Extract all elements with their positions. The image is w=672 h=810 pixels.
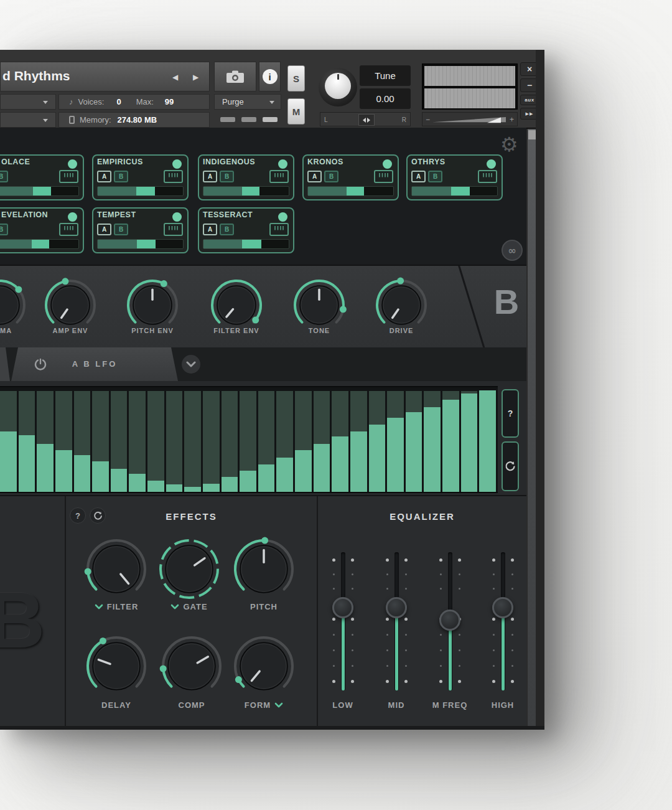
preset-layer-b-button[interactable]: B <box>0 224 8 235</box>
preset-cell[interactable]: TEMPESTAB <box>92 207 189 253</box>
preset-cell[interactable]: OLACEAB <box>0 154 84 200</box>
seq-bar[interactable] <box>314 387 330 492</box>
seq-bar[interactable] <box>92 387 109 492</box>
preset-keyboard-button[interactable] <box>59 223 78 236</box>
seq-bar[interactable] <box>37 387 54 492</box>
output-dropdown[interactable] <box>0 94 56 110</box>
eq-slider-handle-high[interactable] <box>492 597 513 618</box>
snapshot-camera-button[interactable] <box>214 62 256 92</box>
preset-cell[interactable]: OTHRYSAB <box>406 154 503 200</box>
preset-keyboard-button[interactable] <box>269 223 289 236</box>
seq-bar[interactable] <box>258 387 275 492</box>
eq-slider-handle-m-freq[interactable] <box>439 610 460 631</box>
mute-button[interactable]: M <box>287 98 305 125</box>
preset-mix-slider[interactable] <box>307 186 394 196</box>
preset-mix-handle[interactable] <box>451 187 470 195</box>
preset-cell[interactable]: EVELATIONAB <box>0 207 84 253</box>
preset-active-dot[interactable] <box>278 159 287 169</box>
midi-dropdown[interactable] <box>0 112 56 128</box>
volume-plus[interactable]: + <box>510 115 514 124</box>
seq-bar[interactable] <box>406 387 422 492</box>
purge-dropdown[interactable]: Purge <box>214 94 281 110</box>
tune-knob[interactable] <box>319 68 357 106</box>
preset-mix-handle[interactable] <box>242 187 260 195</box>
preset-layer-b-button[interactable]: B <box>220 224 234 235</box>
preset-layer-a-button[interactable]: A <box>97 171 111 182</box>
preset-layer-b-button[interactable]: B <box>220 171 234 182</box>
seq-bar[interactable] <box>350 387 367 492</box>
seq-bar[interactable] <box>424 387 441 492</box>
preset-layer-a-button[interactable]: A <box>307 171 322 182</box>
preset-layer-b-button[interactable]: B <box>428 171 442 182</box>
collapse-panel-button[interactable] <box>182 355 200 374</box>
preset-keyboard-button[interactable] <box>269 170 289 183</box>
seq-bar[interactable] <box>276 387 293 492</box>
preset-cell[interactable]: TESSERACTAB <box>198 207 294 253</box>
macro-knob-pitch-env[interactable] <box>126 278 179 332</box>
seq-bar[interactable] <box>222 387 238 492</box>
eq-slider-handle-low[interactable] <box>332 597 353 618</box>
previous-tab-edge[interactable] <box>0 347 10 381</box>
solo-button[interactable]: S <box>287 65 305 92</box>
preset-active-dot[interactable] <box>278 212 287 222</box>
preset-active-dot[interactable] <box>172 212 182 222</box>
chevron-down-icon[interactable] <box>170 604 179 610</box>
seq-bar[interactable] <box>111 387 128 492</box>
seq-bar[interactable] <box>184 387 201 492</box>
seq-bar[interactable] <box>461 387 478 492</box>
seq-bar[interactable] <box>74 387 91 492</box>
preset-active-dot[interactable] <box>172 159 182 169</box>
fx-knob-filter[interactable] <box>85 538 147 600</box>
preset-cell[interactable]: KRONOSAB <box>302 154 399 200</box>
eq-slider-handle-mid[interactable] <box>386 597 407 618</box>
preset-layer-b-button[interactable]: B <box>324 171 338 182</box>
preset-mix-handle[interactable] <box>33 187 51 195</box>
seq-bar[interactable] <box>55 387 72 492</box>
preset-layer-a-button[interactable]: A <box>411 171 426 182</box>
macro-knob-filter-env[interactable] <box>210 278 263 332</box>
seq-bar[interactable] <box>203 387 220 492</box>
sequencer-reset-button[interactable] <box>502 441 519 491</box>
preset-layer-b-button[interactable]: B <box>114 224 128 235</box>
fx-knob-gate[interactable] <box>158 538 220 600</box>
preset-layer-a-button[interactable]: A <box>97 224 111 235</box>
chevron-down-icon[interactable] <box>95 604 103 610</box>
preset-active-dot[interactable] <box>383 159 392 169</box>
preset-cell[interactable]: EMPIRICUSAB <box>92 154 189 200</box>
preset-keyboard-button[interactable] <box>59 170 78 183</box>
tab-ab-lfo[interactable]: A B LFO <box>11 347 178 381</box>
preset-keyboard-button[interactable] <box>164 170 183 183</box>
tune-value-box[interactable]: 0.00 <box>360 88 411 109</box>
preset-keyboard-button[interactable] <box>374 170 393 183</box>
seq-bar[interactable] <box>369 387 386 492</box>
macro-knob-ma[interactable] <box>0 278 27 332</box>
seq-bar[interactable] <box>19 387 35 492</box>
pan-slider[interactable]: L R <box>320 112 411 126</box>
seq-bar[interactable] <box>240 387 256 492</box>
fx-knob-comp[interactable] <box>161 635 223 697</box>
next-instrument-button[interactable]: ▶ <box>193 73 198 82</box>
macro-knob-tone[interactable] <box>292 278 346 332</box>
preset-layer-a-button[interactable]: A <box>203 171 217 182</box>
scrollbar-thumb[interactable] <box>528 130 536 139</box>
macro-knob-drive[interactable] <box>375 278 428 332</box>
preset-keyboard-button[interactable] <box>164 223 183 236</box>
seq-bar[interactable] <box>442 387 459 492</box>
volume-minus[interactable]: − <box>426 115 430 124</box>
sequencer-help-button[interactable]: ? <box>502 389 519 438</box>
step-table[interactable] <box>0 386 498 493</box>
preset-mix-slider[interactable] <box>411 186 498 196</box>
preset-active-dot[interactable] <box>68 212 77 222</box>
preset-mix-handle[interactable] <box>32 240 49 248</box>
preset-keyboard-button[interactable] <box>478 170 497 183</box>
chevron-down-icon[interactable] <box>274 702 283 708</box>
instrument-title-panel[interactable]: d Rhythms ◀ ▶ <box>0 62 210 92</box>
preset-layer-a-button[interactable]: A <box>203 224 217 235</box>
seq-bar[interactable] <box>387 387 404 492</box>
preset-mix-slider[interactable] <box>203 239 289 249</box>
seq-bar[interactable] <box>332 387 348 492</box>
fx-knob-pitch[interactable] <box>233 538 295 600</box>
instrument-info-button[interactable]: i <box>259 62 281 92</box>
preset-mix-slider[interactable] <box>203 186 289 196</box>
preset-mix-handle[interactable] <box>242 240 262 248</box>
